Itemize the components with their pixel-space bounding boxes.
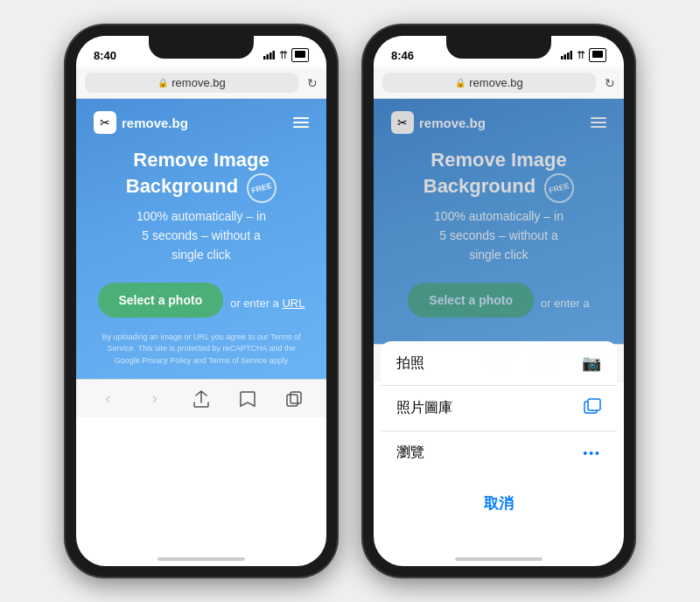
browse-action-icon: ••• [583, 446, 601, 460]
notch-2 [446, 36, 551, 59]
svg-rect-9 [570, 51, 573, 60]
svg-rect-11 [588, 399, 600, 410]
hero-subtitle-1: 100% automatically – in 5 seconds – with… [136, 206, 266, 265]
svg-rect-6 [561, 56, 564, 60]
lock-icon-1: 🔒 [158, 78, 168, 88]
select-photo-btn-1[interactable]: Select a photo [98, 283, 224, 318]
action-sheet: 拍照 📷 照片圖庫 瀏覽 ••• [374, 341, 624, 528]
gallery-action-icon [584, 398, 601, 418]
svg-rect-0 [263, 56, 266, 60]
logo-text-2: remove.bg [419, 116, 486, 130]
url-link-1[interactable]: URL [282, 297, 304, 310]
svg-rect-3 [273, 51, 276, 60]
camera-action-icon: 📷 [582, 354, 601, 373]
status-time-2: 8:46 [391, 49, 414, 62]
hero-title-2: Remove Image Background FREE [424, 149, 574, 197]
action-label-gallery: 照片圖庫 [396, 399, 452, 417]
hamburger-menu-2[interactable] [591, 117, 606, 128]
lock-icon-2: 🔒 [455, 78, 466, 88]
svg-rect-2 [270, 52, 272, 60]
app-logo-1: ✂ remove.bg [94, 111, 188, 134]
browser-chrome-2: 🔒 remove.bg ↻ [374, 67, 624, 99]
action-label-camera: 拍照 [396, 354, 424, 373]
notch-1 [149, 36, 254, 59]
or-enter-2: or enter a [541, 297, 590, 310]
browser-toolbar-1: ‹ › [76, 379, 326, 417]
svg-rect-7 [564, 54, 567, 60]
disclaimer-1: By uploading an image or URL you agree t… [94, 332, 309, 368]
btn-row-2: Select a photo or enter a [408, 283, 589, 325]
forward-btn-1: › [141, 385, 169, 413]
svg-rect-1 [267, 54, 270, 60]
action-sheet-content: 拍照 📷 照片圖庫 瀏覽 ••• [381, 341, 617, 474]
action-label-browse: 瀏覽 [396, 444, 424, 462]
svg-rect-8 [567, 52, 570, 60]
url-text-2: remove.bg [469, 76, 522, 89]
url-text-1: remove.bg [172, 76, 225, 89]
address-bar-2[interactable]: 🔒 remove.bg [382, 73, 596, 93]
svg-rect-5 [290, 392, 301, 403]
logo-icon-2: ✂ [391, 111, 414, 134]
logo-text-1: remove.bg [122, 116, 188, 130]
share-btn-1[interactable] [187, 385, 215, 413]
back-btn-1: ‹ [94, 385, 122, 413]
hamburger-menu-1[interactable] [293, 117, 309, 128]
phone-screen-1: 8:40 ⇈ 🔒 remove.bg ↻ [76, 36, 326, 566]
logo-icon-1: ✂ [94, 111, 116, 134]
status-time-1: 8:40 [94, 49, 116, 62]
app-content-1: ✂ remove.bg Remove Image Background FREE… [76, 99, 326, 379]
battery-icon-2 [589, 48, 606, 62]
wifi-icon-1: ⇈ [279, 49, 288, 61]
address-bar-1[interactable]: 🔒 remove.bg [85, 73, 298, 93]
free-badge-1: FREE [243, 170, 280, 206]
app-logo-2: ✂ remove.bg [391, 111, 486, 134]
tabs-btn-1[interactable] [280, 385, 308, 413]
wifi-icon-2: ⇈ [577, 49, 585, 61]
free-badge-2: FREE [541, 170, 578, 206]
browser-chrome-1: 🔒 remove.bg ↻ [76, 67, 326, 99]
action-item-camera[interactable]: 拍照 📷 [381, 341, 617, 386]
action-item-browse[interactable]: 瀏覽 ••• [381, 431, 617, 474]
signal-icon-1 [263, 51, 276, 60]
home-indicator-1 [158, 557, 245, 561]
or-enter-1: or enter a URL [230, 297, 304, 310]
app-header-1: ✂ remove.bg [94, 111, 309, 134]
hero-title-1: Remove Image Background FREE [126, 149, 276, 197]
battery-icon-1 [291, 48, 309, 62]
phone-1: 8:40 ⇈ 🔒 remove.bg ↻ [66, 25, 337, 577]
reload-btn-1[interactable]: ↻ [307, 76, 318, 90]
btn-row-1: Select a photo or enter a URL [98, 283, 305, 325]
phone-screen-2: 8:46 ⇈ 🔒 remove.bg ↻ [374, 36, 624, 566]
status-icons-2: ⇈ [561, 48, 606, 62]
action-item-gallery[interactable]: 照片圖庫 [381, 386, 617, 431]
cancel-btn[interactable]: 取消 [381, 480, 617, 528]
app-content-2: ✂ remove.bg Remove Image Background FREE… [374, 99, 624, 344]
action-sheet-cancel: 取消 [381, 480, 617, 528]
reload-btn-2[interactable]: ↻ [605, 76, 615, 90]
status-icons-1: ⇈ [263, 48, 309, 62]
home-indicator-2 [455, 557, 542, 561]
hero-subtitle-2: 100% automatically – in 5 seconds – with… [434, 206, 564, 265]
bookmarks-btn-1[interactable] [234, 385, 262, 413]
signal-icon-2 [561, 51, 573, 60]
app-header-2: ✂ remove.bg [391, 111, 606, 134]
phone-2: 8:46 ⇈ 🔒 remove.bg ↻ [363, 25, 634, 577]
select-photo-btn-2[interactable]: Select a photo [408, 283, 534, 318]
svg-rect-4 [287, 395, 298, 406]
